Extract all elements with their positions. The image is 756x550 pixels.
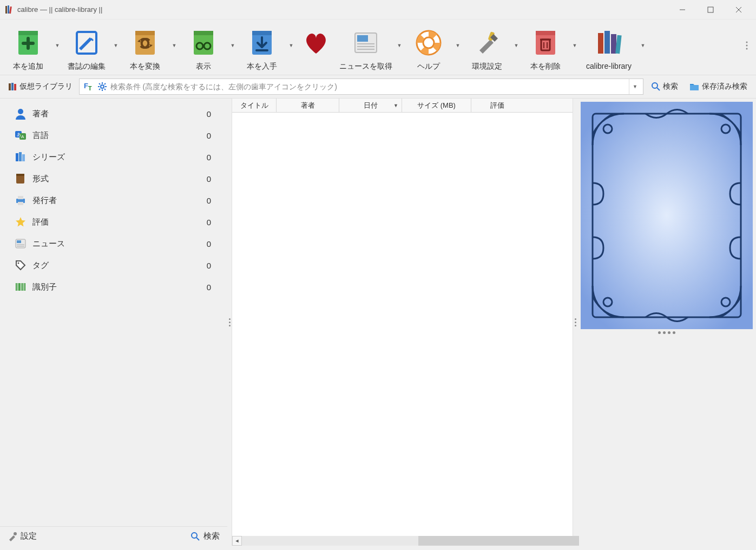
svg-rect-42 <box>11 83 14 90</box>
gear-icon[interactable] <box>97 82 107 91</box>
splitter-left[interactable] <box>227 99 232 546</box>
svg-point-26 <box>423 37 434 48</box>
get-book-button[interactable]: 本を入手 <box>237 24 287 73</box>
fulltext-icon[interactable]: FT <box>82 82 94 91</box>
tag-identifiers-label: 識別子 <box>32 282 207 292</box>
library-dropdown[interactable]: ▼ <box>639 24 647 67</box>
tag-languages[interactable]: あA 言語 0 <box>0 125 227 146</box>
printer-icon <box>14 194 27 207</box>
library-button[interactable]: calibre-library <box>579 24 639 71</box>
virtual-library-button[interactable]: 仮想ライブラリ <box>5 81 75 93</box>
horizontal-scrollbar[interactable]: ◄ ► <box>232 536 573 546</box>
tag-series-label: シリーズ <box>32 152 207 162</box>
minimize-button[interactable] <box>676 3 689 16</box>
view-dropdown[interactable]: ▼ <box>228 24 237 67</box>
svg-point-39 <box>746 45 748 47</box>
scroll-left-button[interactable]: ◄ <box>232 536 242 546</box>
svg-rect-36 <box>611 34 616 54</box>
tag-formats-label: 形式 <box>32 174 207 184</box>
book-icon <box>14 172 27 185</box>
svg-rect-41 <box>9 83 11 90</box>
view-button[interactable]: 表示 <box>179 24 228 73</box>
convert-dropdown[interactable]: ▼ <box>170 24 179 67</box>
svg-line-82 <box>196 538 199 540</box>
svg-rect-69 <box>17 240 21 243</box>
star-icon <box>14 215 27 228</box>
fetch-news-label: ニュースを取得 <box>339 62 392 71</box>
help-dropdown[interactable]: ▼ <box>453 24 462 67</box>
maximize-button[interactable] <box>704 3 717 16</box>
toolbar-overflow-icon[interactable] <box>743 35 751 56</box>
edit-meta-button[interactable]: 書誌の編集 <box>62 24 111 73</box>
add-book-dropdown[interactable]: ▼ <box>53 24 62 67</box>
tag-identifiers-count: 0 <box>207 283 218 292</box>
close-button[interactable] <box>732 3 745 16</box>
remove-button[interactable]: 本を削除 <box>521 24 570 73</box>
tag-identifiers[interactable]: 識別子 0 <box>0 276 227 298</box>
col-title[interactable]: タイトル <box>232 99 277 112</box>
prefs-button[interactable]: 環境設定 <box>462 24 512 73</box>
tag-news[interactable]: ニュース 0 <box>0 233 227 254</box>
col-rating[interactable]: 評価 <box>471 99 523 112</box>
get-book-icon <box>245 26 279 60</box>
window-controls <box>676 3 752 16</box>
tag-publishers-label: 発行者 <box>32 195 207 206</box>
search-button[interactable]: 検索 <box>648 81 681 93</box>
scroll-track[interactable] <box>242 536 563 546</box>
tag-formats[interactable]: 形式 0 <box>0 168 227 189</box>
fetch-news-button[interactable]: ニュースを取得 <box>337 24 395 73</box>
fetch-news-dropdown[interactable]: ▼ <box>395 24 404 67</box>
svg-rect-21 <box>357 35 368 42</box>
scroll-thumb[interactable] <box>418 536 579 546</box>
book-cover[interactable] <box>581 102 753 329</box>
svg-rect-76 <box>21 283 21 291</box>
svg-rect-62 <box>22 154 25 161</box>
remove-dropdown[interactable]: ▼ <box>570 24 579 67</box>
search-input[interactable] <box>110 82 626 91</box>
donate-button[interactable] <box>295 24 337 63</box>
sidebar-settings-label: 設定 <box>21 531 37 541</box>
sort-desc-icon: ▼ <box>393 103 398 108</box>
help-button[interactable]: ヘルプ <box>404 24 453 73</box>
splitter-right[interactable] <box>573 99 577 546</box>
svg-line-52 <box>104 83 106 84</box>
add-book-button[interactable]: 本を追加 <box>3 24 53 73</box>
virtual-library-label: 仮想ライブラリ <box>19 82 73 91</box>
svg-rect-11 <box>135 31 155 35</box>
cover-splitter[interactable] <box>658 331 675 338</box>
svg-rect-74 <box>17 283 18 291</box>
edit-meta-label: 書誌の編集 <box>68 62 106 71</box>
tag-authors[interactable]: 著者 0 <box>0 103 227 125</box>
edit-meta-dropdown[interactable]: ▼ <box>111 24 120 67</box>
library-label: calibre-library <box>586 62 632 70</box>
saved-search-button[interactable]: 保存済み検索 <box>686 81 751 93</box>
book-list-body[interactable] <box>232 113 573 536</box>
svg-rect-1 <box>8 5 9 14</box>
search-history-dropdown[interactable]: ▼ <box>629 79 641 94</box>
svg-point-44 <box>101 85 104 88</box>
main-toolbar: 本を追加 ▼ 書誌の編集 ▼ 本を変換 ▼ 表示 ▼ <box>0 19 756 75</box>
sidebar-settings-button[interactable]: 設定 <box>8 531 37 541</box>
svg-rect-60 <box>16 153 18 161</box>
svg-rect-4 <box>708 7 713 12</box>
tag-series[interactable]: シリーズ 0 <box>0 146 227 168</box>
prefs-dropdown[interactable]: ▼ <box>512 24 521 67</box>
get-book-dropdown[interactable]: ▼ <box>287 24 295 67</box>
tag-publishers[interactable]: 発行者 0 <box>0 189 227 211</box>
get-book-label: 本を入手 <box>247 62 277 71</box>
svg-rect-34 <box>598 33 603 54</box>
tag-tags[interactable]: タグ 0 <box>0 254 227 276</box>
svg-rect-83 <box>581 102 753 329</box>
col-size[interactable]: サイズ (MB) <box>402 99 471 112</box>
convert-button[interactable]: 本を変換 <box>120 24 170 73</box>
sidebar-search-button[interactable]: 検索 <box>190 531 220 541</box>
saved-search-label: 保存済み検索 <box>702 82 747 91</box>
tag-browser: 著者 0 あA 言語 0 シリーズ 0 形式 0 発行者 0 <box>0 99 227 546</box>
svg-point-80 <box>14 532 17 535</box>
app-icon <box>4 5 14 15</box>
col-date[interactable]: 日付▼ <box>339 99 402 112</box>
tag-ratings[interactable]: 評価 0 <box>0 211 227 233</box>
add-book-label: 本を追加 <box>13 62 43 71</box>
col-author[interactable]: 著者 <box>277 99 339 112</box>
svg-point-53 <box>652 83 658 88</box>
